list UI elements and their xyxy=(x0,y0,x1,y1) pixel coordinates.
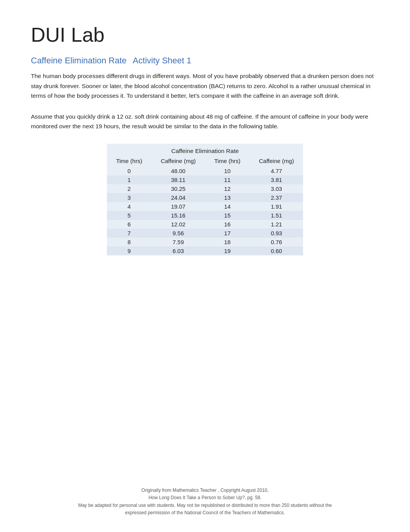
cell-r0-c0: 0 xyxy=(107,167,152,175)
cell-r5-c3: 1.51 xyxy=(250,211,303,220)
cell-r9-c2: 19 xyxy=(205,246,250,255)
cell-r1-c2: 11 xyxy=(205,175,250,184)
cell-r3-c0: 3 xyxy=(107,193,152,202)
cell-r6-c2: 16 xyxy=(205,220,250,229)
cell-r5-c2: 15 xyxy=(205,211,250,220)
footer-line4: expressed permission of the National Cou… xyxy=(0,509,410,517)
table-wrapper: Caffeine Elimination Rate Time (hrs) Caf… xyxy=(31,144,379,255)
subtitle-activity: Activity Sheet 1 xyxy=(133,56,191,66)
footer-line3: May be adapted for personal use with stu… xyxy=(0,502,410,509)
cell-r7-c1: 9.56 xyxy=(151,229,205,238)
table-row: 612.02161.21 xyxy=(107,220,303,229)
cell-r6-c1: 12.02 xyxy=(151,220,205,229)
table-row: 515.16151.51 xyxy=(107,211,303,220)
cell-r5-c0: 5 xyxy=(107,211,152,220)
cell-r2-c0: 2 xyxy=(107,184,152,193)
subtitle-row: Caffeine Elimination Rate Activity Sheet… xyxy=(31,56,379,66)
cell-r7-c0: 7 xyxy=(107,229,152,238)
col-header-caffeine1: Caffeine (mg) xyxy=(151,156,205,167)
cell-r1-c1: 38.11 xyxy=(151,175,205,184)
cell-r0-c3: 4.77 xyxy=(250,167,303,175)
footer-line2: How Long Does It Take a Person to Sober … xyxy=(0,494,410,501)
cell-r8-c0: 8 xyxy=(107,238,152,246)
cell-r7-c2: 17 xyxy=(205,229,250,238)
page-title: DUI Lab xyxy=(31,23,379,46)
cell-r4-c2: 14 xyxy=(205,202,250,211)
table-row: 230.25123.03 xyxy=(107,184,303,193)
table-row: 048.00104.77 xyxy=(107,167,303,175)
table-row: 138.11113.81 xyxy=(107,175,303,184)
col-header-time1: Time (hrs) xyxy=(107,156,152,167)
table-row: 419.07141.91 xyxy=(107,202,303,211)
table-row: 79.56170.93 xyxy=(107,229,303,238)
table-row: 96.03190.60 xyxy=(107,246,303,255)
subtitle-caffeine: Caffeine Elimination Rate xyxy=(31,56,127,66)
cell-r7-c3: 0.93 xyxy=(250,229,303,238)
cell-r6-c0: 6 xyxy=(107,220,152,229)
cell-r1-c0: 1 xyxy=(107,175,152,184)
cell-r2-c3: 3.03 xyxy=(250,184,303,193)
cell-r8-c2: 18 xyxy=(205,238,250,246)
table-title-row: Caffeine Elimination Rate xyxy=(107,144,303,156)
cell-r1-c3: 3.81 xyxy=(250,175,303,184)
cell-r3-c3: 2.37 xyxy=(250,193,303,202)
footer-line1: Originally from Mathematics Teacher , Co… xyxy=(0,487,410,494)
cell-r0-c2: 10 xyxy=(205,167,250,175)
page-container: DUI Lab Caffeine Elimination Rate Activi… xyxy=(0,0,410,302)
cell-r2-c1: 30.25 xyxy=(151,184,205,193)
cell-r3-c1: 24.04 xyxy=(151,193,205,202)
table-row: 87.59180.76 xyxy=(107,238,303,246)
cell-r5-c1: 15.16 xyxy=(151,211,205,220)
cell-r9-c3: 0.60 xyxy=(250,246,303,255)
cell-r8-c1: 7.59 xyxy=(151,238,205,246)
col-header-time2: Time (hrs) xyxy=(205,156,250,167)
cell-r0-c1: 48.00 xyxy=(151,167,205,175)
cell-r4-c0: 4 xyxy=(107,202,152,211)
cell-r4-c1: 19.07 xyxy=(151,202,205,211)
table-row: 324.04132.37 xyxy=(107,193,303,202)
table-title: Caffeine Elimination Rate xyxy=(107,144,303,156)
second-paragraph: Assume that you quickly drink a 12 oz. s… xyxy=(31,112,379,131)
cell-r2-c2: 12 xyxy=(205,184,250,193)
cell-r6-c3: 1.21 xyxy=(250,220,303,229)
caffeine-table: Caffeine Elimination Rate Time (hrs) Caf… xyxy=(107,144,303,255)
intro-paragraph: The human body processes different drugs… xyxy=(31,71,379,101)
footer: Originally from Mathematics Teacher , Co… xyxy=(0,487,410,517)
cell-r8-c3: 0.76 xyxy=(250,238,303,246)
cell-r9-c0: 9 xyxy=(107,246,152,255)
cell-r4-c3: 1.91 xyxy=(250,202,303,211)
cell-r3-c2: 13 xyxy=(205,193,250,202)
col-header-caffeine2: Caffeine (mg) xyxy=(250,156,303,167)
cell-r9-c1: 6.03 xyxy=(151,246,205,255)
table-header-row: Time (hrs) Caffeine (mg) Time (hrs) Caff… xyxy=(107,156,303,167)
